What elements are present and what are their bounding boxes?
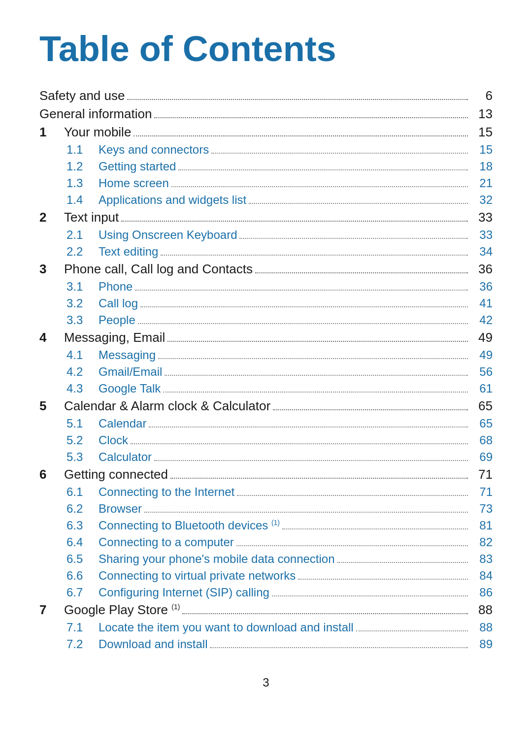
sub-6-5-title: Sharing your phone's mobile data connect…: [99, 552, 335, 566]
sub-3-3: 3.3 People 42: [39, 313, 493, 327]
sub-6-1: 6.1 Connecting to the Internet 71: [39, 485, 493, 499]
section-6-num: 6: [39, 467, 64, 482]
section-4: 4 Messaging, Email 49: [39, 330, 493, 345]
sub-6-5-page: 83: [470, 552, 493, 566]
sub-3-3-page: 42: [470, 313, 493, 327]
sub-1-2-page: 18: [470, 160, 493, 173]
sub-3-1-page: 36: [470, 280, 493, 294]
sub-6-6-num: 6.6: [66, 569, 99, 583]
sub-6-6-page: 84: [470, 569, 493, 583]
sub-3-3-title: People: [99, 313, 135, 327]
safety-label: Safety and use: [39, 88, 125, 103]
sub-6-2-title: Browser: [99, 502, 142, 516]
section-7-num: 7: [39, 602, 64, 618]
general-label: General information: [39, 106, 152, 122]
sub-3-2-title: Call log: [99, 296, 138, 310]
footnote-1: (1): [271, 519, 280, 526]
sub-6-4-num: 6.4: [66, 535, 99, 549]
sub-1-4-num: 1.4: [66, 193, 99, 207]
footnote-1b: (1): [171, 603, 180, 611]
sub-1-2: 1.2 Getting started 18: [39, 160, 493, 173]
top-entries: Safety and use 6 General information 13: [39, 88, 493, 122]
sub-5-3-page: 69: [470, 450, 493, 464]
sub-7-2-title: Download and install: [99, 637, 207, 651]
section-5-page: 65: [470, 398, 493, 414]
top-entry-safety: Safety and use 6: [39, 88, 493, 103]
sub-5-3-num: 5.3: [66, 450, 99, 464]
sub-3-2-num: 3.2: [66, 296, 99, 310]
section-7-title: Google Play Store (1): [64, 602, 180, 618]
sub-5-2-page: 68: [470, 433, 493, 447]
sub-2-1-num: 2.1: [66, 228, 99, 242]
sub-5-1-page: 65: [470, 417, 493, 430]
sub-4-2-num: 4.2: [66, 365, 99, 379]
section-5-num: 5: [39, 398, 64, 414]
sub-1-1-title: Keys and connectors: [99, 143, 209, 157]
sub-4-1-title: Messaging: [99, 348, 156, 362]
section-1-num: 1: [39, 125, 64, 140]
sub-6-3-title: Connecting to Bluetooth devices (1): [99, 519, 280, 532]
sub-5-2-num: 5.2: [66, 433, 99, 447]
section-2-num: 2: [39, 210, 64, 225]
page-footer: 3: [39, 676, 493, 690]
sub-1-3: 1.3 Home screen 21: [39, 176, 493, 190]
sub-4-1-num: 4.1: [66, 348, 99, 362]
top-entry-general: General information 13: [39, 106, 493, 122]
sub-6-3-num: 6.3: [66, 519, 99, 532]
sub-5-1-title: Calendar: [99, 417, 146, 430]
section-2-title: Text input: [64, 210, 119, 225]
sub-6-2: 6.2 Browser 73: [39, 502, 493, 516]
sub-5-3-title: Calculator: [99, 450, 152, 464]
dots: [154, 117, 468, 118]
sub-1-3-page: 21: [470, 176, 493, 190]
dots: [127, 99, 468, 100]
sub-7-1: 7.1 Locate the item you want to download…: [39, 621, 493, 634]
sub-3-1-title: Phone: [99, 280, 133, 294]
sub-2-1: 2.1 Using Onscreen Keyboard 33: [39, 228, 493, 242]
section-6: 6 Getting connected 71: [39, 467, 493, 482]
sub-4-3-title: Google Talk: [99, 382, 161, 395]
sub-6-2-num: 6.2: [66, 502, 99, 516]
section-4-page: 49: [470, 330, 493, 345]
sub-6-3-page: 81: [470, 519, 493, 532]
section-7-page: 88: [470, 602, 493, 618]
sub-6-7-title: Configuring Internet (SIP) calling: [99, 586, 269, 599]
sub-7-1-num: 7.1: [66, 621, 99, 634]
sub-1-4-title: Applications and widgets list: [99, 193, 246, 207]
sub-5-1-num: 5.1: [66, 417, 99, 430]
safety-page: 6: [470, 88, 493, 103]
sub-1-3-title: Home screen: [99, 176, 169, 190]
sub-6-4-title: Connecting to a computer: [99, 535, 234, 549]
sub-7-1-page: 88: [470, 621, 493, 634]
section-3-page: 36: [470, 262, 493, 277]
sub-7-2-page: 89: [470, 637, 493, 651]
sub-1-4-page: 32: [470, 193, 493, 207]
section-5: 5 Calendar & Alarm clock & Calculator 65: [39, 398, 493, 414]
sub-5-2-title: Clock: [99, 433, 128, 447]
sub-6-5-num: 6.5: [66, 552, 99, 566]
footer-page-number: 3: [263, 676, 269, 689]
section-3-num: 3: [39, 262, 64, 277]
sub-4-1: 4.1 Messaging 49: [39, 348, 493, 362]
sub-6-7-num: 6.7: [66, 586, 99, 599]
sub-3-1: 3.1 Phone 36: [39, 280, 493, 294]
sub-6-5: 6.5 Sharing your phone's mobile data con…: [39, 552, 493, 566]
section-1: 1 Your mobile 15: [39, 125, 493, 140]
sub-1-4: 1.4 Applications and widgets list 32: [39, 193, 493, 207]
sub-6-6-title: Connecting to virtual private networks: [99, 569, 296, 583]
section-2-page: 33: [470, 210, 493, 225]
section-1-page: 15: [470, 125, 493, 140]
sub-1-1-page: 15: [470, 143, 493, 157]
sub-2-1-page: 33: [470, 228, 493, 242]
sub-3-3-num: 3.3: [66, 313, 99, 327]
section-3-title: Phone call, Call log and Contacts: [64, 262, 253, 277]
sub-4-3-num: 4.3: [66, 382, 99, 395]
sub-7-2-num: 7.2: [66, 637, 99, 651]
section-3: 3 Phone call, Call log and Contacts 36: [39, 262, 493, 277]
sub-7-1-title: Locate the item you want to download and…: [99, 621, 354, 634]
sub-2-2-page: 34: [470, 245, 493, 259]
section-1-title: Your mobile: [64, 125, 131, 140]
sub-1-2-title: Getting started: [99, 160, 176, 173]
sub-6-7: 6.7 Configuring Internet (SIP) calling 8…: [39, 586, 493, 599]
sub-3-2: 3.2 Call log 41: [39, 296, 493, 310]
